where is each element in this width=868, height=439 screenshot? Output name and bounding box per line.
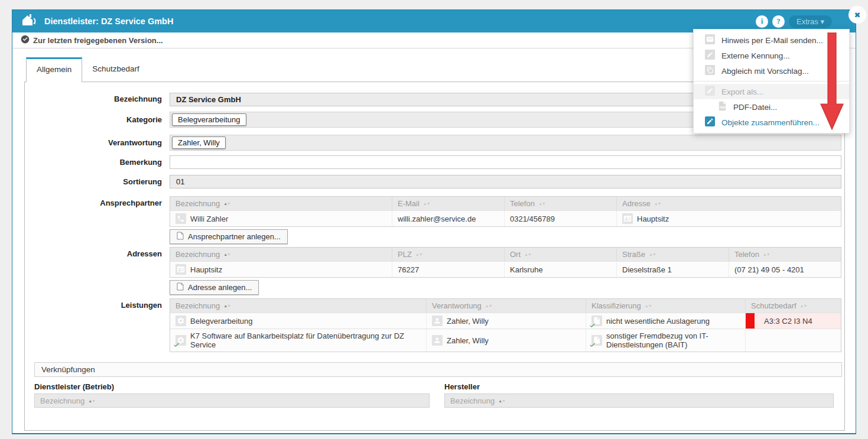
pdf-icon: PDF	[718, 101, 727, 113]
page-title: Dienstleister: DZ Service GmbH	[44, 17, 173, 26]
column-header-ort[interactable]: Ort▲▼	[504, 248, 616, 261]
new-document-icon	[177, 232, 184, 242]
tab-bar: Allgemein Schutzbedarf	[26, 57, 149, 82]
leistungen-label: Leistungen	[25, 301, 162, 310]
column-header-bezeichnung[interactable]: Bezeichnung▲▼	[170, 197, 392, 210]
sort-icon: ▲▼	[88, 399, 95, 403]
verantwortung-field[interactable]: Zahler, Willy	[170, 135, 841, 151]
contact-phone-icon	[175, 213, 186, 224]
ansprechpartner-table: Bezeichnung▲▼ E-Mail▲▼ Telefon▲▼ Adresse…	[170, 196, 841, 227]
address-card-icon	[175, 264, 186, 275]
sort-icon: ▲▼	[223, 252, 230, 256]
svg-text:PDF: PDF	[720, 106, 726, 109]
sort-icon: ▲▼	[223, 201, 230, 206]
ansprechpartner-row[interactable]: Willi Zahler willi.zahler@service.de 032…	[170, 210, 841, 226]
column-header-verantwortung[interactable]: Verantwortung▲▼	[426, 299, 586, 313]
dienstleister-house-icon	[22, 14, 37, 29]
menu-item-hinweis-email[interactable]: Hinweis per E-Mail senden...	[694, 32, 849, 48]
sort-icon: ▲▼	[223, 304, 230, 308]
person-icon	[432, 335, 443, 346]
adresse-row[interactable]: Hauptsitz 76227 Karlsruhe Dieselstraße 1…	[170, 261, 841, 277]
column-header-plz[interactable]: PLZ▲▼	[392, 248, 504, 261]
verantwortung-chip[interactable]: Zahler, Willy	[172, 136, 226, 149]
sort-icon: ▲▼	[485, 304, 492, 308]
extras-menu: Hinweis per E-Mail senden... Externe Ken…	[693, 29, 850, 134]
sort-icon: ▲▼	[415, 252, 422, 256]
hersteller-table-header[interactable]: Bezeichnung ▲▼	[444, 394, 834, 408]
kategorie-chip[interactable]: Belegverarbeitung	[172, 113, 246, 126]
allgemein-tab-panel: Bezeichnung DZ Service GmbH Kategorie Be…	[24, 82, 845, 431]
leistung-row[interactable]: Belegverarbeitung Zahler, Willy nicht we…	[170, 313, 841, 329]
leistungen-table: Bezeichnung▲▼ Verantwortung▲▼ Klassifizi…	[170, 298, 841, 352]
leistung-row[interactable]: K7 Software auf Bankarbeitsplatz für Dat…	[170, 329, 841, 352]
tab-allgemein[interactable]: Allgemein	[26, 57, 82, 82]
service-gear-icon	[175, 335, 186, 346]
address-card-icon	[622, 213, 633, 224]
person-icon	[432, 316, 443, 326]
sort-icon: ▲▼	[654, 201, 661, 206]
column-header-email[interactable]: E-Mail▲▼	[392, 197, 504, 210]
sort-icon: ▲▼	[524, 252, 531, 256]
menu-item-pdf-datei[interactable]: PDF PDF-Datei...	[694, 99, 849, 115]
bezeichnung-label: Bezeichnung	[25, 95, 162, 103]
dienstleister-betrieb-table-header[interactable]: Bezeichnung ▲▼	[34, 394, 430, 408]
merge-icon	[705, 116, 715, 128]
verknuepfungen-section-header: Verknüpfungen	[34, 362, 842, 377]
dienstleister-betrieb-label: Dienstleister (Betrieb)	[34, 382, 114, 391]
schutzbedarf-level-indicator	[746, 313, 755, 329]
kategorie-label: Kategorie	[25, 115, 162, 124]
column-header-bezeichnung[interactable]: Bezeichnung▲▼	[170, 299, 426, 313]
bemerkung-label: Bemerkung	[25, 158, 162, 167]
edit-icon	[705, 50, 715, 61]
sort-icon: ▲▼	[538, 201, 545, 206]
menu-divider	[694, 81, 849, 82]
adresse-anlegen-button[interactable]: Adresse anlegen...	[170, 280, 259, 295]
help-button[interactable]: ?	[772, 15, 785, 28]
ansprechpartner-anlegen-button[interactable]: Ansprechpartner anlegen...	[170, 229, 288, 244]
info-button[interactable]: i	[756, 15, 768, 28]
classification-document-icon	[591, 316, 602, 326]
copy-icon	[705, 65, 715, 77]
sort-icon: ▲▼	[423, 201, 430, 206]
column-header-strasse[interactable]: Straße▲▼	[616, 248, 729, 261]
close-button[interactable]: ✖	[849, 6, 866, 24]
adressen-label: Adressen	[25, 249, 162, 258]
export-icon	[705, 86, 715, 97]
column-header-adresse[interactable]: Adresse▲▼	[616, 197, 841, 210]
menu-item-objekte-zusammenfuehren[interactable]: Objekte zusammenführen...	[694, 115, 849, 130]
check-circle-icon	[21, 35, 30, 46]
sort-icon: ▲▼	[800, 304, 807, 308]
sortierung-label: Sortierung	[25, 177, 162, 186]
sortierung-field[interactable]: 01	[170, 175, 841, 188]
menu-item-abgleich-vorschlag[interactable]: Abgleich mit Vorschlag...	[694, 63, 849, 79]
dienstleister-window: Dienstleister: DZ Service GmbH i ? Extra…	[12, 9, 856, 434]
column-header-telefon[interactable]: Telefon▲▼	[504, 197, 616, 210]
service-gear-icon	[175, 316, 186, 326]
menu-item-externe-kennung[interactable]: Externe Kennung...	[694, 48, 849, 63]
hersteller-label: Hersteller	[444, 382, 480, 391]
menu-item-export-als[interactable]: Export als...	[694, 84, 849, 99]
column-header-bezeichnung[interactable]: Bezeichnung▲▼	[170, 248, 392, 261]
column-header-telefon[interactable]: Telefon▲▼	[729, 248, 841, 261]
email-icon	[705, 34, 715, 46]
column-header-klassifizierung[interactable]: Klassifizierung▲▼	[586, 299, 745, 313]
sort-icon: ▲▼	[645, 304, 652, 308]
extras-button[interactable]: Extras ▾	[789, 15, 832, 28]
adressen-table: Bezeichnung▲▼ PLZ▲▼ Ort▲▼ Straße▲▼ Telef…	[170, 247, 841, 278]
sort-icon: ▲▼	[649, 252, 656, 256]
classification-document-icon	[591, 335, 602, 346]
verantwortung-label: Verantwortung	[25, 138, 162, 147]
schutzbedarf-cell: A3:3 C2 I3 N4	[745, 313, 841, 329]
tab-schutzbedarf[interactable]: Schutzbedarf	[82, 57, 149, 82]
sort-icon: ▲▼	[498, 399, 505, 403]
last-released-version-link[interactable]: Zur letzten freigegebenen Version...	[33, 36, 163, 45]
bemerkung-field[interactable]	[170, 155, 841, 169]
sort-icon: ▲▼	[763, 252, 770, 256]
new-document-icon	[177, 282, 184, 292]
chevron-down-icon: ▾	[820, 17, 824, 26]
ansprechpartner-label: Ansprechpartner	[25, 199, 162, 207]
column-header-schutzbedarf[interactable]: Schutzbedarf▲▼	[745, 299, 841, 313]
